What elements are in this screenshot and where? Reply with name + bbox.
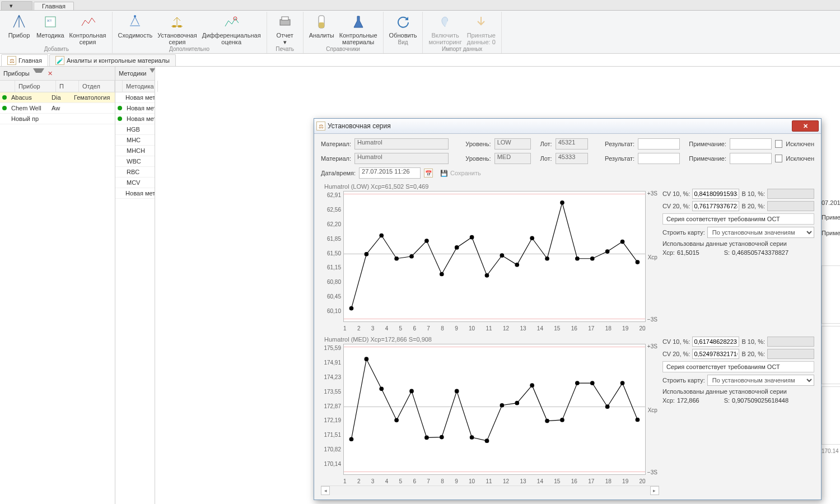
svg-point-25 — [560, 200, 564, 205]
app-menu-tab[interactable]: ▾ — [1, 1, 32, 10]
bg-chart-stack: +3S+2S+SXcp +3SXcp−3S Xcp−3S 170.14 — [822, 265, 840, 454]
devices-title: Приборы — [3, 70, 30, 77]
xcp-2: 172,866 — [677, 397, 699, 404]
bg-form: 07.2015 📅 ▾ Примечание:Исключен Примечан… — [822, 198, 840, 239]
svg-point-49 — [605, 404, 610, 409]
method-row[interactable]: MCV — [115, 178, 155, 188]
method-row[interactable]: Новая мет — [115, 188, 155, 199]
method-row[interactable]: Новая мет — [115, 114, 155, 124]
b10-2[interactable] — [767, 337, 814, 347]
xcp-1: 61,5015 — [677, 249, 699, 256]
cv20-2[interactable] — [692, 349, 739, 359]
ribbon-group-add: Добавить — [44, 46, 69, 52]
svg-point-41 — [485, 438, 489, 443]
ribbon-report[interactable]: Отчет▾ — [270, 12, 300, 45]
col-method[interactable]: Методика — [123, 81, 158, 92]
setup-series-dialog: ⚖ Установочная серия ✕ Материал:Humatrol… — [314, 118, 822, 500]
svg-point-30 — [636, 260, 640, 264]
lot-2: 45333 — [556, 153, 588, 164]
svg-point-20 — [485, 273, 489, 278]
method-row[interactable]: Новая мет — [115, 92, 155, 103]
svg-rect-3 — [172, 25, 176, 27]
svg-point-12 — [364, 252, 368, 256]
used-data-1: Использованы данные установочной серии — [662, 240, 814, 247]
cv10-2[interactable] — [692, 337, 739, 347]
doc-tab-main[interactable]: ⚖Главная — [1, 54, 48, 66]
note-input-2[interactable] — [730, 153, 772, 164]
note-input-1[interactable] — [730, 138, 772, 150]
flask-icon: 🧪 — [55, 56, 64, 65]
result-input-1[interactable] — [638, 138, 680, 150]
method-row[interactable]: MHCH — [115, 146, 155, 156]
svg-rect-4 — [178, 25, 181, 27]
ribbon-diff[interactable]: Дифференциальная оценка — [200, 12, 263, 45]
dialog-title: Установочная серия — [325, 122, 792, 130]
filter-icon[interactable] — [33, 68, 44, 78]
col-dept[interactable]: Отдел — [79, 81, 115, 92]
close-button[interactable]: ✕ — [792, 120, 819, 132]
svg-rect-9 — [319, 22, 324, 28]
svg-point-34 — [379, 386, 384, 391]
b20-2[interactable] — [767, 349, 814, 359]
excluded-check-2[interactable] — [775, 155, 782, 162]
svg-point-26 — [575, 256, 580, 261]
svg-point-38 — [440, 435, 444, 440]
devices-panel: Приборы✕ Прибор П Отдел AbacusDiaГематол… — [0, 67, 115, 504]
calendar-icon[interactable]: 📅 — [424, 169, 433, 178]
svg-point-44 — [530, 383, 534, 388]
scroll-left-icon[interactable]: ◂ — [321, 486, 330, 495]
material-1: Humatrol — [354, 138, 449, 150]
device-row[interactable]: Новый пр — [0, 114, 115, 124]
buildmap-select-1[interactable]: По установочным значениям — [707, 227, 814, 238]
ribbon-series[interactable]: Контрольная серия — [67, 12, 109, 45]
ribbon-device[interactable]: Прибор — [4, 12, 34, 45]
svg-point-33 — [364, 357, 368, 361]
svg-point-36 — [409, 389, 414, 394]
svg-point-21 — [500, 253, 505, 258]
chart-scrollbar[interactable]: ◂ ▸ — [321, 486, 659, 495]
ribbon-materials[interactable]: Контрольные материалы — [337, 12, 380, 45]
ribbon: Прибор x=Методика Контрольная серия Доба… — [0, 11, 840, 54]
status-1: Серия соответствует требованиям ОСТ — [662, 213, 814, 225]
cv10-1[interactable] — [692, 189, 739, 199]
svg-point-48 — [590, 381, 595, 385]
doc-tab-analytes[interactable]: 🧪Аналиты и контрольные материалы — [49, 54, 176, 66]
ribbon-refresh[interactable]: Обновить — [387, 12, 419, 39]
svg-point-24 — [545, 256, 549, 261]
disk-icon: 💾 — [440, 170, 448, 177]
ribbon-accepted: Принятые данные: 0 — [465, 12, 498, 45]
buildmap-select-2[interactable]: По установочным значениям — [707, 375, 814, 386]
level-1: LOW — [494, 138, 531, 150]
device-row[interactable]: Chem WellAw — [0, 103, 115, 114]
b20-1[interactable] — [767, 201, 814, 211]
ribbon-analytes[interactable]: Аналиты — [307, 12, 337, 45]
device-row[interactable]: AbacusDiaГематология — [0, 92, 115, 103]
method-row[interactable]: RBC — [115, 167, 155, 178]
status-2: Серия соответствует требованиям ОСТ — [662, 361, 814, 372]
cv20-1[interactable] — [692, 201, 739, 211]
save-button: 💾Сохранить — [436, 169, 485, 178]
ribbon-group-extra: Дополнительно — [169, 46, 209, 52]
ribbon-setup-series[interactable]: Установочная серия — [155, 12, 199, 45]
method-row[interactable]: HGB — [115, 124, 155, 135]
ribbon-converge[interactable]: Сходимость — [116, 12, 155, 45]
datetime-input[interactable]: 27.07.2015 11:26 — [359, 167, 421, 179]
svg-point-14 — [394, 256, 399, 261]
funnel-clear-icon[interactable]: ✕ — [48, 70, 53, 77]
method-row[interactable]: WBC — [115, 156, 155, 167]
chart2-plot: +3S Xcp −3S — [343, 344, 646, 475]
col-p[interactable]: П — [56, 81, 79, 92]
scales-icon: ⚖ — [316, 122, 325, 130]
svg-point-32 — [349, 437, 354, 441]
title-tab-main[interactable]: Главная — [34, 2, 74, 10]
excluded-check-1[interactable] — [775, 140, 782, 148]
col-device[interactable]: Прибор — [15, 81, 56, 92]
result-input-2[interactable] — [638, 153, 680, 164]
method-row[interactable]: MHC — [115, 135, 155, 146]
method-row[interactable]: Новая мет — [115, 103, 155, 114]
ribbon-method[interactable]: x=Методика — [34, 12, 67, 45]
scroll-right-icon[interactable]: ▸ — [650, 486, 659, 495]
filter-icon[interactable] — [150, 68, 155, 78]
svg-point-50 — [620, 381, 625, 385]
b10-1[interactable] — [767, 189, 814, 199]
